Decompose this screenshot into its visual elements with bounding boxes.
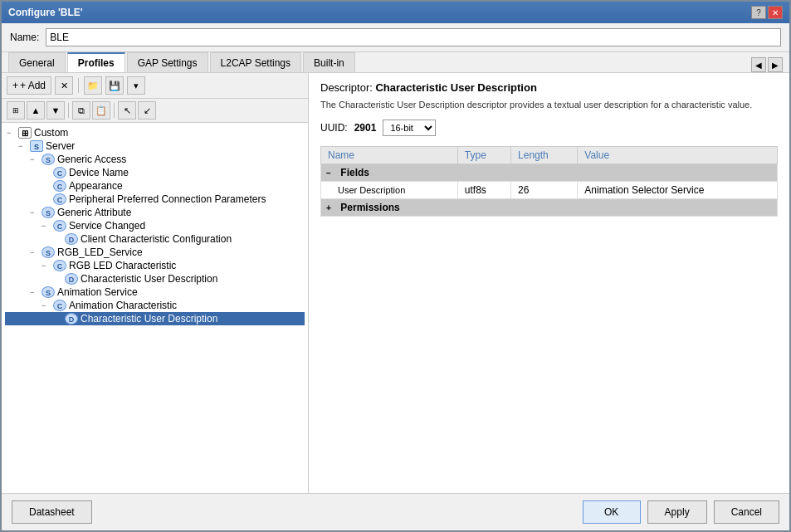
delete-button[interactable]: ✕ [55,76,73,95]
col-length: Length [511,147,578,164]
tab-gap-settings[interactable]: GAP Settings [127,52,208,72]
tree-item-icon: D [65,233,78,245]
tree-item-peripheral_preferred[interactable]: CPeripheral Preferred Connection Paramet… [5,193,305,206]
tree-item-custom[interactable]: −⊞Custom [5,126,305,139]
tree-item-device_name[interactable]: CDevice Name [5,166,305,179]
datasheet-button[interactable]: Datasheet [12,500,92,524]
paste-button[interactable]: 📋 [92,101,110,120]
toolbar1: + + Add ✕ 📁 💾 ▾ [2,73,308,99]
tree-item-animation_char[interactable]: −CAnimation Characteristic [5,299,305,312]
tab-prev-button[interactable]: ◀ [751,57,766,72]
tree-item-icon: S [30,140,43,152]
tree-item-label: Peripheral Preferred Connection Paramete… [69,193,266,205]
tab-next-button[interactable]: ▶ [768,57,783,72]
permissions-label: Permissions [340,202,399,213]
tree-item-animation_service[interactable]: −SAnimation Service [5,286,305,299]
tree-item-label: Service Changed [69,220,145,232]
tree-expand-icon: − [42,261,53,270]
tree-item-char_user_desc_rgb[interactable]: DCharacteristic User Description [5,272,305,286]
tree-item-icon: C [53,220,66,232]
tabs-container: General Profiles GAP Settings L2CAP Sett… [2,52,789,73]
tree-item-appearance[interactable]: CAppearance [5,179,305,193]
add-button[interactable]: + + Add [7,76,51,95]
tree: −⊞Custom−SServer−SGeneric AccessCDevice … [2,123,308,493]
expand-all-button[interactable]: ⊞ [7,101,25,120]
tree-item-rgb_led_service[interactable]: −SRGB_LED_Service [5,246,305,259]
tree-item-label: Characteristic User Description [81,313,217,325]
name-input[interactable] [46,28,781,46]
tab-l2cap-settings[interactable]: L2CAP Settings [210,52,302,72]
tab-built-in[interactable]: Built-in [303,52,355,72]
tab-profiles[interactable]: Profiles [67,52,125,72]
fields-label: Fields [340,167,369,178]
help-button[interactable]: ? [751,6,766,19]
tree-item-icon: C [53,300,66,311]
tree-item-client_char_config[interactable]: DClient Characteristic Configuration [5,232,305,246]
descriptor-description: The Characteristic User Description desc… [320,99,778,111]
tree-expand-icon: − [18,142,30,150]
tree-item-generic_access[interactable]: −SGeneric Access [5,153,305,166]
table-row[interactable]: User Description utf8s 26 Animation Sele… [321,182,778,199]
tree-item-generic_attribute[interactable]: −SGeneric Attribute [5,206,305,219]
tab-general[interactable]: General [8,52,66,72]
window-title: Configure 'BLE' [8,7,83,18]
tree-item-icon: D [65,273,78,285]
select-button[interactable]: ↖ [118,101,136,120]
close-button[interactable]: ✕ [768,6,783,19]
folder-button[interactable]: 📁 [84,76,102,95]
tree-item-label: Device Name [69,167,129,178]
col-name: Name [321,147,458,164]
tree-item-service_changed[interactable]: −CService Changed [5,219,305,232]
tree-item-icon: C [53,180,66,192]
tree-item-label: RGB_LED_Service [57,246,143,258]
descriptor-name: Characteristic User Description [375,81,536,94]
apply-button[interactable]: Apply [647,500,707,524]
tree-item-server[interactable]: −SServer [5,139,305,153]
tree-item-icon: C [53,260,66,271]
tree-item-icon: S [42,154,55,165]
add-label: + Add [20,80,46,91]
move-up-button[interactable]: ▲ [27,101,45,120]
uuid-row: UUID: 2901 16-bit 128-bit [320,120,778,136]
toolbar-sep2 [68,103,69,118]
move-down-button[interactable]: ▼ [46,101,65,120]
tree-item-icon: S [42,286,55,298]
tree-item-label: RGB LED Characteristic [69,260,176,271]
section-permissions[interactable]: + Permissions [321,199,778,217]
section-fields[interactable]: − Fields [321,164,778,182]
configure-window: Configure 'BLE' ? ✕ Name: General Profil… [0,0,791,532]
uuid-bits-select[interactable]: 16-bit 128-bit [383,120,436,136]
tree-item-rgb_led_char[interactable]: −CRGB LED Characteristic [5,259,305,272]
tree-item-label: Generic Access [57,154,126,165]
tree-item-char_user_desc_anim[interactable]: DCharacteristic User Description [5,312,305,325]
tree-item-icon: C [53,167,66,178]
tree-expand-icon: − [30,208,42,217]
data-table: Name Type Length Value − Fields User [320,146,778,217]
bottom-right-buttons: OK Apply Cancel [583,500,779,524]
tree-item-label: Generic Attribute [57,207,131,218]
cancel-button[interactable]: Cancel [714,500,779,524]
descriptor-label: Descriptor: [320,81,373,94]
tree-item-icon: S [42,207,55,218]
tree-item-label: Custom [34,127,68,139]
field-name: User Description [321,182,458,199]
tabs: General Profiles GAP Settings L2CAP Sett… [8,52,355,72]
tree-item-label: Animation Characteristic [69,300,177,311]
col-value: Value [578,147,778,164]
permissions-expand-icon: + [326,203,338,212]
left-panel: + + Add ✕ 📁 💾 ▾ ⊞ ▲ ▼ ⧉ 📋 ↖ ↙ [2,73,309,493]
main-content: + + Add ✕ 📁 💾 ▾ ⊞ ▲ ▼ ⧉ 📋 ↖ ↙ [2,73,789,493]
uuid-value: 2901 [354,122,377,134]
add-child-button[interactable]: ↙ [138,101,156,120]
add-icon: + [12,80,18,91]
save-button[interactable]: 💾 [105,76,124,95]
tree-expand-icon: − [30,248,42,256]
ok-button[interactable]: OK [583,500,641,524]
toolbar-sep3 [114,103,115,118]
tab-nav: ◀ ▶ [751,57,783,72]
toolbar-sep1 [78,78,79,93]
copy-button[interactable]: ⧉ [72,101,90,120]
dropdown-button[interactable]: ▾ [127,76,145,95]
name-bar: Name: [2,23,789,52]
field-type: utf8s [457,182,510,199]
